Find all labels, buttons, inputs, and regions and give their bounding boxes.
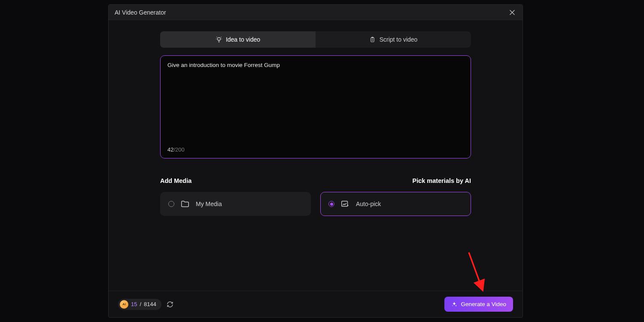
- char-count-current: 42: [167, 146, 173, 153]
- generate-label: Generate a Video: [461, 301, 506, 307]
- generate-video-button[interactable]: Generate a Video: [444, 297, 513, 312]
- radio-icon: [168, 201, 174, 207]
- media-header: Add Media Pick materials by AI: [160, 177, 471, 184]
- tab-script-to-video[interactable]: Script to video: [316, 31, 471, 48]
- option-my-media[interactable]: My Media: [160, 192, 311, 216]
- credit-pill[interactable]: AI 15/8144: [118, 299, 161, 310]
- option-label: Auto-pick: [356, 200, 381, 207]
- prompt-input[interactable]: [167, 62, 464, 139]
- close-button[interactable]: [508, 8, 516, 17]
- option-label: My Media: [196, 200, 222, 207]
- dialog-title: AI Video Generator: [115, 9, 166, 16]
- svg-rect-3: [342, 201, 348, 207]
- ai-video-generator-dialog: AI Video Generator Idea to video Script …: [108, 4, 523, 318]
- dialog-titlebar: AI Video Generator: [109, 5, 522, 20]
- credits-total: 8144: [144, 301, 156, 307]
- add-media-label: Add Media: [160, 177, 191, 184]
- refresh-button[interactable]: [166, 300, 174, 309]
- lightbulb-icon: [216, 36, 222, 43]
- refresh-icon: [167, 301, 173, 308]
- credits-used: 15: [131, 301, 137, 307]
- mode-tabs: Idea to video Script to video: [160, 31, 471, 48]
- dialog-footer: AI 15/8144 Generate a Video: [109, 291, 522, 317]
- media-row: My Media Auto-pick: [160, 192, 471, 216]
- pick-by-ai-label: Pick materials by AI: [413, 177, 471, 184]
- folder-icon: [180, 199, 190, 209]
- credits-area: AI 15/8144: [118, 299, 174, 310]
- clipboard-icon: [369, 36, 376, 43]
- tab-label: Idea to video: [226, 36, 260, 43]
- char-count-max: 200: [175, 146, 185, 153]
- char-counter: 42/200: [167, 146, 185, 153]
- close-icon: [510, 10, 515, 15]
- svg-point-0: [218, 37, 221, 40]
- option-auto-pick[interactable]: Auto-pick: [320, 192, 471, 216]
- radio-icon: [328, 201, 334, 207]
- prompt-box: 42/200: [160, 55, 471, 158]
- tab-label: Script to video: [380, 36, 418, 43]
- dialog-content: Idea to video Script to video 42/200 Add…: [109, 20, 522, 291]
- credits-sep: /: [140, 301, 141, 307]
- ai-badge-icon: AI: [120, 300, 128, 309]
- tab-idea-to-video[interactable]: Idea to video: [160, 31, 316, 48]
- sparkle-icon: [451, 301, 457, 307]
- image-sparkle-icon: [340, 199, 350, 209]
